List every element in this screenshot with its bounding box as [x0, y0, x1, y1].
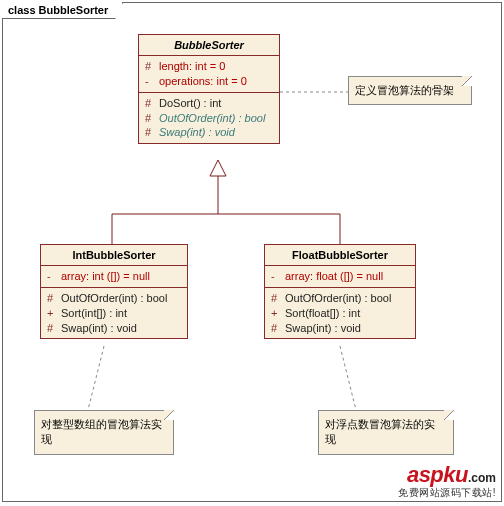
- watermark: aspku.com 免费网站源码下载站!: [398, 462, 496, 500]
- note-bubblesorter: 定义冒泡算法的骨架: [348, 76, 472, 105]
- operations: #OutOfOrder(int) : bool +Sort(int[]) : i…: [41, 287, 187, 339]
- class-intbubblesorter: IntBubbleSorter -array: int ([]) = null …: [40, 244, 188, 339]
- note-fold-icon: [164, 410, 174, 420]
- note-floatbubblesorter: 对浮点数冒泡算法的实现: [318, 410, 454, 455]
- frame-title-text: class BubbleSorter: [8, 4, 108, 16]
- watermark-tagline: 免费网站源码下载站!: [398, 486, 496, 500]
- note-text: 对整型数组的冒泡算法实现: [41, 418, 162, 445]
- note-text: 定义冒泡算法的骨架: [355, 84, 454, 96]
- attributes: -array: float ([]) = null: [265, 265, 415, 287]
- operations: #DoSort() : int #OutOfOrder(int) : bool …: [139, 92, 279, 144]
- watermark-brand: aspku: [407, 462, 468, 487]
- class-name: BubbleSorter: [139, 35, 279, 55]
- note-intbubblesorter: 对整型数组的冒泡算法实现: [34, 410, 174, 455]
- note-text: 对浮点数冒泡算法的实现: [325, 418, 435, 445]
- class-floatbubblesorter: FloatBubbleSorter -array: float ([]) = n…: [264, 244, 416, 339]
- watermark-suffix: .com: [468, 471, 496, 485]
- note-fold-icon: [462, 76, 472, 86]
- attributes: #length: int = 0 -operations: int = 0: [139, 55, 279, 92]
- class-bubblesorter: BubbleSorter #length: int = 0 -operation…: [138, 34, 280, 144]
- operations: #OutOfOrder(int) : bool +Sort(float[]) :…: [265, 287, 415, 339]
- attributes: -array: int ([]) = null: [41, 265, 187, 287]
- frame-title: class BubbleSorter: [2, 2, 123, 19]
- class-name: IntBubbleSorter: [41, 245, 187, 265]
- note-fold-icon: [444, 410, 454, 420]
- class-name: FloatBubbleSorter: [265, 245, 415, 265]
